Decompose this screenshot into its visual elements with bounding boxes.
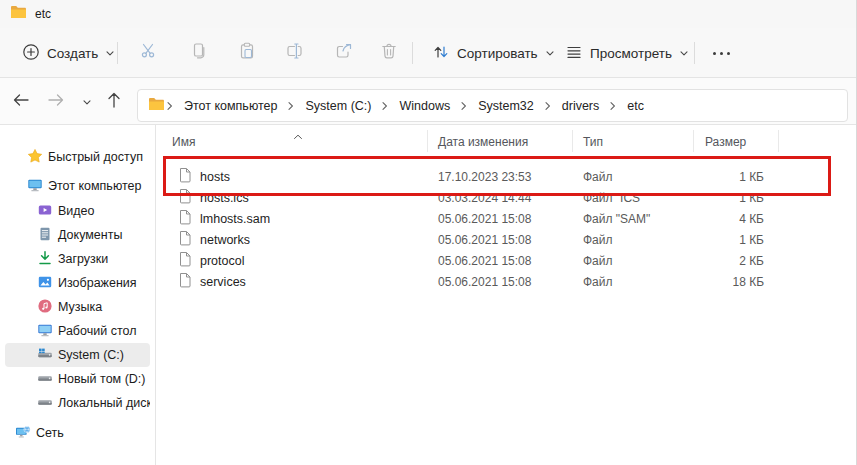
file-size-cell: 1 КБ: [693, 191, 778, 205]
column-header-date[interactable]: Дата изменения: [438, 135, 583, 149]
view-lines-icon: [565, 43, 583, 64]
column-separator[interactable]: [427, 130, 428, 152]
column-header-size[interactable]: Размер: [693, 135, 778, 149]
forward-button[interactable]: [41, 87, 71, 117]
sidebar-item-computer[interactable]: Этот компьютер: [5, 174, 150, 198]
breadcrumb-item[interactable]: Этот компьютер: [175, 95, 286, 117]
recent-locations-button[interactable]: [72, 87, 102, 117]
sidebar-item-drive[interactable]: Новый том (D:): [5, 367, 150, 391]
breadcrumb-item[interactable]: System (C:): [296, 95, 380, 117]
sidebar-item-video[interactable]: Видео: [5, 199, 150, 223]
drive-system-icon: [37, 346, 53, 365]
up-button[interactable]: [99, 87, 129, 117]
arrow-up-icon: [106, 91, 122, 113]
file-icon: [178, 251, 192, 270]
file-name-cell: hosts: [156, 167, 438, 186]
sidebar-item-label: Локальный диск (Е: [58, 396, 150, 410]
file-name-cell: hosts.ics: [156, 188, 438, 207]
sidebar-item-downloads[interactable]: Загрузки: [5, 247, 150, 271]
file-row[interactable]: lmhosts.sam05.06.2021 15:08Файл "SAM"4 К…: [156, 208, 857, 229]
crumb-chevron-icon: [459, 101, 469, 111]
rename-icon: [285, 41, 305, 65]
view-button-label: Просмотреть: [590, 46, 672, 61]
sort-button[interactable]: Сортировать: [424, 28, 563, 78]
file-name-cell: networks: [156, 230, 438, 249]
address-bar[interactable]: Этот компьютерSystem (C:)WindowsSystem32…: [137, 89, 848, 122]
file-icon: [178, 188, 192, 207]
crumb-chevron-icon: [543, 101, 553, 111]
file-row[interactable]: protocol05.06.2021 15:08Файл2 КБ: [156, 250, 857, 271]
file-row[interactable]: hosts17.10.2023 23:53Файл1 КБ: [156, 166, 857, 187]
cut-button[interactable]: [130, 36, 168, 70]
trash-icon: [379, 41, 399, 65]
sidebar-item-pictures[interactable]: Изображения: [5, 271, 150, 295]
toolbar-separator: [694, 42, 695, 64]
sidebar-item-label: Быстрый доступ: [48, 150, 143, 164]
network-icon: [15, 424, 31, 443]
rename-button[interactable]: [276, 36, 314, 70]
file-date-cell: 03.03.2024 14:44: [438, 191, 583, 205]
drive-icon: [37, 370, 53, 389]
back-button[interactable]: [6, 87, 36, 117]
breadcrumb-item[interactable]: Windows: [390, 95, 459, 117]
sidebar-item-drive-system[interactable]: System (C:): [5, 343, 150, 367]
video-icon: [37, 202, 53, 221]
file-row[interactable]: hosts.ics03.03.2024 14:44Файл "ICS"1 КБ: [156, 187, 857, 208]
breadcrumb: Этот компьютерSystem (C:)WindowsSystem32…: [165, 95, 653, 117]
new-button[interactable]: Создать: [14, 28, 123, 78]
crumb-chevron-icon: [380, 101, 390, 111]
chevron-down-icon: [679, 46, 689, 61]
file-type-cell: Файл "ICS": [583, 191, 693, 205]
crumb-chevron-icon: [286, 101, 296, 111]
sidebar-item-label: Музыка: [58, 300, 102, 314]
sidebar-item-label: System (C:): [58, 348, 124, 362]
view-button[interactable]: Просмотреть: [557, 28, 697, 78]
copy-icon: [188, 41, 208, 65]
folder-icon: [10, 5, 27, 23]
crumb-chevron-icon: [608, 101, 618, 111]
sidebar-item-star[interactable]: Быстрый доступ: [5, 145, 150, 169]
file-name: protocol: [200, 254, 244, 268]
column-separator[interactable]: [572, 130, 573, 152]
paste-button[interactable]: [228, 36, 266, 70]
file-icon: [178, 272, 192, 291]
paste-icon: [237, 41, 257, 65]
content-area: Быстрый доступЭтот компьютерВидеоДокумен…: [0, 125, 857, 465]
column-header-type[interactable]: Тип: [583, 135, 693, 149]
column-separator[interactable]: [778, 130, 779, 152]
file-date-cell: 17.10.2023 23:53: [438, 170, 583, 184]
file-list-pane: Имя Дата изменения Тип Размер hosts17.10…: [156, 125, 857, 465]
sidebar-item-music[interactable]: Музыка: [5, 295, 150, 319]
sort-button-label: Сортировать: [457, 46, 538, 61]
new-button-label: Создать: [47, 46, 98, 61]
toolbar-separator: [117, 42, 118, 64]
column-separator[interactable]: [693, 130, 694, 152]
file-type-cell: Файл "SAM": [583, 212, 693, 226]
breadcrumb-item[interactable]: drivers: [553, 95, 609, 117]
copy-button[interactable]: [179, 36, 217, 70]
plus-circle-icon: [22, 43, 40, 64]
see-more-button[interactable]: [702, 36, 740, 70]
star-icon: [27, 148, 43, 167]
breadcrumb-item[interactable]: etc: [618, 95, 653, 117]
file-row[interactable]: services05.06.2021 15:08Файл18 КБ: [156, 271, 857, 292]
sidebar-item-documents[interactable]: Документы: [5, 223, 150, 247]
sort-arrows-icon: [432, 43, 450, 64]
arrow-left-icon: [12, 92, 30, 112]
delete-button[interactable]: [370, 36, 408, 70]
sidebar-item-network[interactable]: Сеть: [5, 421, 150, 445]
chevron-down-icon: [105, 46, 115, 61]
sidebar-item-drive[interactable]: Локальный диск (Е: [5, 391, 150, 415]
file-type-cell: Файл: [583, 254, 693, 268]
sidebar-item-label: Изображения: [58, 276, 137, 290]
share-button[interactable]: [325, 36, 363, 70]
file-date-cell: 05.06.2021 15:08: [438, 275, 583, 289]
breadcrumb-item[interactable]: System32: [469, 95, 543, 117]
pictures-icon: [37, 274, 53, 293]
computer-icon: [27, 177, 43, 196]
sidebar-item-label: Этот компьютер: [48, 179, 141, 193]
sidebar-item-label: Загрузки: [58, 252, 108, 266]
file-row[interactable]: networks05.06.2021 15:08Файл1 КБ: [156, 229, 857, 250]
list-header: Имя Дата изменения Тип Размер: [156, 129, 857, 155]
sidebar-item-desktop[interactable]: Рабочий стол: [5, 319, 150, 343]
